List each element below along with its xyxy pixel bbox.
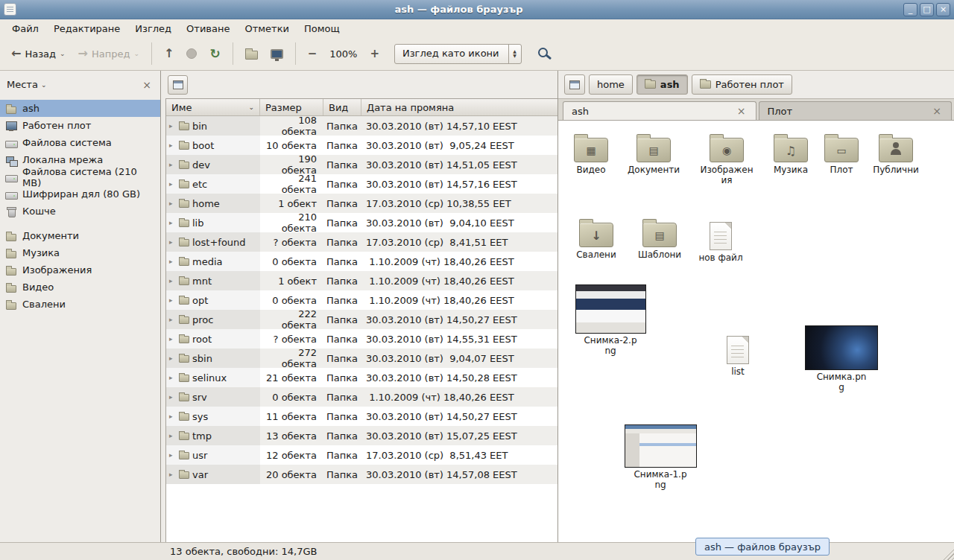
resize-grip[interactable] bbox=[941, 547, 954, 560]
breadcrumb-button[interactable]: home bbox=[589, 74, 633, 95]
spinner-arrows-icon[interactable]: ▲ ▼ bbox=[508, 45, 521, 63]
sidebar-item[interactable]: Файлова система (210 MB) bbox=[0, 168, 160, 185]
expander-icon[interactable]: ▸ bbox=[169, 122, 176, 130]
table-row[interactable]: ▸ etc 241 обекта Папка 30.03.2010 (вт) 1… bbox=[166, 174, 557, 194]
table-row[interactable]: ▸ root ? обекта Папка 30.03.2010 (вт) 14… bbox=[166, 329, 557, 349]
sidebar-item[interactable]: Видео bbox=[0, 279, 160, 296]
expander-icon[interactable]: ▸ bbox=[169, 296, 176, 304]
table-row[interactable]: ▸ media 0 обекта Папка 1.10.2009 (чт) 18… bbox=[166, 252, 557, 271]
menu-item[interactable]: Помощ bbox=[297, 21, 347, 36]
table-row[interactable]: ▸ opt 0 обекта Папка 1.10.2009 (чт) 18,4… bbox=[166, 290, 557, 310]
table-row[interactable]: ▸ srv 0 обекта Папка 1.10.2009 (чт) 18,4… bbox=[166, 387, 557, 407]
expander-icon[interactable]: ▸ bbox=[169, 432, 176, 439]
column-header-size[interactable]: Размер bbox=[260, 99, 323, 115]
icon-view[interactable]: Видео Документи Изоб bbox=[558, 120, 954, 542]
status-text: 13 обекта, свободни: 14,7GB bbox=[170, 546, 317, 557]
forward-button[interactable]: → Напред ⌄ bbox=[73, 43, 145, 64]
file-icon-item[interactable]: Изображения bbox=[689, 132, 764, 185]
name-cell: ▸ selinux bbox=[166, 368, 260, 387]
expander-icon[interactable]: ▸ bbox=[169, 393, 176, 401]
breadcrumb-button[interactable] bbox=[564, 74, 585, 95]
expander-icon[interactable]: ▸ bbox=[169, 354, 176, 362]
table-row[interactable]: ▸ lost+found ? обекта Папка 17.03.2010 (… bbox=[166, 232, 557, 252]
sidebar-item[interactable]: Кошче bbox=[0, 203, 160, 220]
file-icon-item[interactable]: нов файл bbox=[683, 217, 758, 263]
home-button[interactable] bbox=[240, 43, 263, 64]
back-button[interactable]: ← Назад ⌄ bbox=[6, 43, 71, 64]
file-icon-item[interactable]: Снимка.png bbox=[804, 325, 879, 392]
file-icon-item[interactable]: Снимка-1.png bbox=[623, 424, 698, 490]
expander-icon[interactable]: ▸ bbox=[169, 161, 176, 168]
pane-location-button[interactable] bbox=[168, 75, 188, 95]
close-sidebar-button[interactable]: × bbox=[140, 79, 154, 91]
sidebar-item[interactable]: Изображения bbox=[0, 261, 160, 279]
sidebar-item[interactable]: Музика bbox=[0, 244, 160, 261]
table-row[interactable]: ▸ bin 108 обекта Папка 30.03.2010 (вт) 1… bbox=[166, 116, 557, 136]
menu-item[interactable]: Редактиране bbox=[46, 21, 127, 36]
sidebar-item[interactable]: Свалени bbox=[0, 296, 160, 313]
tab-label: ash bbox=[572, 106, 736, 117]
expander-icon[interactable]: ▸ bbox=[169, 451, 176, 459]
expander-icon[interactable]: ▸ bbox=[169, 141, 176, 149]
file-icon-item[interactable]: list bbox=[701, 331, 775, 377]
close-button[interactable]: × bbox=[936, 3, 950, 16]
expander-icon[interactable]: ▸ bbox=[169, 277, 176, 284]
search-button[interactable] bbox=[524, 43, 560, 65]
menu-item[interactable]: Файл bbox=[4, 21, 46, 36]
sidebar-item[interactable]: Документи bbox=[0, 227, 160, 244]
file-icon-item[interactable]: Снимка-2.png bbox=[573, 284, 648, 356]
reload-button[interactable]: ↻ bbox=[204, 42, 225, 66]
table-row[interactable]: ▸ sys 11 обекта Папка 30.03.2010 (вт) 14… bbox=[166, 407, 557, 426]
expander-icon[interactable]: ▸ bbox=[169, 200, 176, 207]
table-row[interactable]: ▸ selinux 21 обекта Папка 30.03.2010 (вт… bbox=[166, 368, 557, 387]
zoom-in-button[interactable]: + bbox=[364, 42, 385, 65]
expander-icon[interactable]: ▸ bbox=[169, 316, 176, 323]
table-row[interactable]: ▸ sbin 272 обекта Папка 30.03.2010 (вт) … bbox=[166, 349, 557, 368]
tab[interactable]: Плот × bbox=[759, 101, 953, 120]
sidebar-item[interactable]: Работен плот bbox=[0, 117, 160, 134]
table-row[interactable]: ▸ dev 190 обекта Папка 30.03.2010 (вт) 1… bbox=[166, 155, 557, 174]
menu-item[interactable]: Изглед bbox=[127, 21, 179, 36]
column-header-date[interactable]: Дата на промяна bbox=[361, 99, 557, 115]
column-header-name[interactable]: Име ⌄ bbox=[166, 99, 260, 115]
expander-icon[interactable]: ▸ bbox=[169, 238, 176, 246]
breadcrumb-button[interactable]: ash bbox=[636, 74, 688, 95]
titlebar[interactable]: ash — файлов браузър _ □ × bbox=[0, 0, 954, 19]
file-icon-item[interactable]: Публични bbox=[859, 132, 933, 175]
column-header-type[interactable]: Вид bbox=[323, 99, 361, 115]
expander-icon[interactable]: ▸ bbox=[169, 335, 176, 343]
tab[interactable]: ash × bbox=[563, 101, 756, 120]
sidebar-item[interactable]: Файлова система bbox=[0, 134, 160, 151]
up-button[interactable]: ↑ bbox=[159, 43, 179, 64]
expander-icon[interactable]: ▸ bbox=[169, 471, 176, 478]
menu-item[interactable]: Отиване bbox=[179, 21, 237, 36]
zoom-out-button[interactable]: − bbox=[303, 42, 323, 65]
stop-button[interactable] bbox=[181, 44, 202, 63]
computer-button[interactable] bbox=[265, 45, 288, 63]
expander-icon[interactable]: ▸ bbox=[169, 374, 176, 381]
tab-close-icon[interactable]: × bbox=[931, 105, 943, 117]
table-row[interactable]: ▸ usr 12 обекта Папка 17.03.2010 (ср) 8,… bbox=[166, 445, 557, 465]
table-row[interactable]: ▸ lib 210 обекта Папка 30.03.2010 (вт) 9… bbox=[166, 213, 557, 232]
sidebar-item[interactable]: ash bbox=[0, 100, 160, 117]
view-mode-select[interactable]: Изглед като икони ▲ ▼ bbox=[394, 44, 522, 64]
breadcrumb-button[interactable]: Работен плот bbox=[692, 74, 792, 95]
minimize-button[interactable]: _ bbox=[903, 3, 917, 16]
tab-close-icon[interactable]: × bbox=[736, 105, 748, 117]
expander-icon[interactable]: ▸ bbox=[169, 413, 176, 420]
table-row[interactable]: ▸ mnt 1 обект Папка 1.10.2009 (чт) 18,40… bbox=[166, 271, 557, 290]
table-row[interactable]: ▸ boot 10 обекта Папка 30.03.2010 (вт) 9… bbox=[166, 136, 557, 155]
table-row[interactable]: ▸ home 1 обект Папка 17.03.2010 (ср) 10,… bbox=[166, 194, 557, 213]
table-row[interactable]: ▸ var 20 обекта Папка 30.03.2010 (вт) 14… bbox=[166, 465, 557, 484]
sidebar-item[interactable]: Шифриран дял (80 GB) bbox=[0, 185, 160, 203]
table-row[interactable]: ▸ proc 222 обекта Папка 30.03.2010 (вт) … bbox=[166, 310, 557, 329]
chevron-down-icon[interactable]: ⌄ bbox=[60, 50, 66, 57]
table-row[interactable]: ▸ tmp 13 обекта Папка 30.03.2010 (вт) 15… bbox=[166, 426, 557, 445]
expander-icon[interactable]: ▸ bbox=[169, 180, 176, 188]
expander-icon[interactable]: ▸ bbox=[169, 258, 176, 265]
file-icon-item[interactable]: Документи bbox=[616, 132, 691, 175]
menu-item[interactable]: Отметки bbox=[237, 21, 296, 36]
chevron-down-icon[interactable]: ⌄ bbox=[41, 81, 47, 89]
expander-icon[interactable]: ▸ bbox=[169, 219, 176, 226]
maximize-button[interactable]: □ bbox=[920, 3, 934, 16]
